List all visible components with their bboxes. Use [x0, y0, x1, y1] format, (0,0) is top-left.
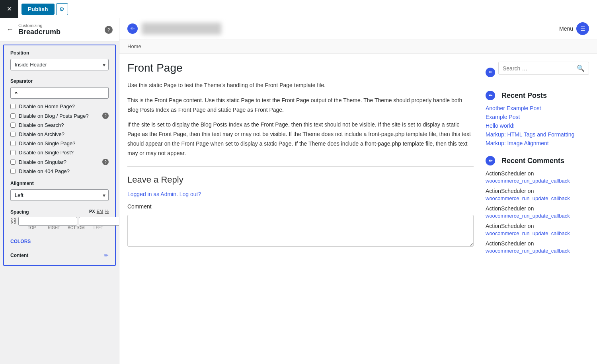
disable-search-label: Disable on Search?: [19, 122, 109, 128]
checkbox-row: Disable on Home Page?: [4, 102, 115, 111]
recent-comments-edit-icon[interactable]: ✏: [486, 156, 495, 165]
breadcrumb-home: Home: [127, 43, 141, 49]
disable-blog-label: Disable on Blog / Posts Page?: [19, 113, 99, 119]
checkbox-row: Disable on Single Page?: [4, 139, 115, 148]
disable-single-post-checkbox[interactable]: [10, 150, 16, 155]
leave-reply-section: Leave a Reply Logged in as Admin. Log ou…: [127, 175, 474, 248]
spacing-inputs: ⛓ 🖥: [10, 217, 109, 226]
position-label: Position: [10, 50, 109, 56]
menu-button[interactable]: Menu ☰: [559, 22, 589, 35]
disable-single-page-checkbox[interactable]: [10, 141, 16, 146]
spacing-section: Spacing PX EM % ⛓ 🖥 TOP: [4, 204, 115, 233]
post-link[interactable]: Markup: HTML Tags and Formatting: [486, 131, 574, 138]
gear-button[interactable]: ⚙: [56, 3, 68, 15]
comment-link: woocommerce_run_update_callback: [486, 177, 589, 184]
position-select[interactable]: Inside Header Before Content After Conte…: [10, 59, 109, 70]
comment-link: woocommerce_run_update_callback: [486, 212, 589, 219]
recent-posts-list: Another Example Post Example Post Hello …: [486, 105, 589, 146]
paragraph-1: Use this static Page to test the Theme's…: [127, 81, 474, 90]
comment-author: ActionScheduler on: [486, 205, 589, 212]
percent-unit[interactable]: %: [105, 209, 109, 214]
menu-label: Menu: [559, 25, 573, 32]
search-widget: ✏ 🔍: [486, 62, 589, 83]
spacing-link-icon[interactable]: ⛓: [10, 218, 17, 225]
position-section: Position Inside Header Before Content Af…: [4, 45, 115, 74]
leave-reply-heading: Leave a Reply: [127, 175, 474, 185]
preview-body: Front Page Use this static Page to test …: [119, 54, 597, 271]
disable-single-post-label: Disable on Single Post?: [19, 150, 109, 156]
recent-posts-edit-icon[interactable]: ✏: [486, 91, 495, 100]
px-unit[interactable]: PX: [89, 209, 95, 214]
help-icon[interactable]: ?: [102, 159, 109, 165]
comment-textarea[interactable]: [127, 215, 474, 247]
recent-comments-heading: ✏ Recent Comments: [486, 156, 589, 165]
content-edit-icon[interactable]: ✏: [104, 252, 109, 259]
comment-entry: ActionScheduler on woocommerce_run_updat…: [486, 188, 589, 201]
sidebar-subtitle: Customizing: [18, 23, 105, 28]
spacing-top-input[interactable]: [18, 217, 77, 226]
disable-404-label: Disable on 404 Page?: [19, 168, 109, 174]
comment-author: ActionScheduler on: [486, 188, 589, 194]
main-layout: ← Customizing Breadcrumb ? Position Insi…: [0, 18, 597, 364]
checkbox-row: Disable on 404 Page?: [4, 167, 115, 176]
comment-label: Comment: [127, 202, 474, 212]
separator-input[interactable]: [10, 87, 109, 99]
disable-single-page-label: Disable on Single Page?: [19, 140, 109, 146]
post-link[interactable]: Example Post: [486, 114, 520, 120]
comment-entry: ActionScheduler on woocommerce_run_updat…: [486, 223, 589, 236]
post-link[interactable]: Hello world!: [486, 123, 515, 129]
list-item: Example Post: [486, 114, 589, 120]
colors-label[interactable]: COLORS: [10, 239, 31, 244]
checkboxes-section: Disable on Home Page? Disable on Blog / …: [4, 102, 115, 176]
site-logo-edit-icon[interactable]: ✏: [127, 23, 138, 34]
logged-in-text: Logged in as Admin. Log out?: [127, 190, 474, 199]
search-button[interactable]: 🔍: [577, 64, 585, 72]
separator-label: Separator: [10, 78, 109, 84]
em-unit[interactable]: EM: [97, 209, 103, 214]
alignment-select-wrap: Left Center Right: [10, 189, 109, 201]
disable-home-checkbox[interactable]: [10, 104, 16, 109]
help-icon[interactable]: ?: [102, 113, 109, 119]
sidebar-header: ← Customizing Breadcrumb ?: [0, 18, 119, 41]
top-bar: ✕ Publish ⚙: [0, 0, 597, 18]
recent-posts-heading: ✏ Recent Posts: [486, 91, 589, 100]
content-section: Content ✏: [4, 247, 115, 262]
spacing-right-input[interactable]: [79, 217, 119, 226]
disable-404-checkbox[interactable]: [10, 169, 16, 174]
preview-sidebar: ✏ 🔍 ✏ Recent Posts Another Example Post …: [486, 62, 589, 263]
sidebar-help-icon[interactable]: ?: [105, 26, 113, 34]
bottom-label: BOTTOM: [66, 226, 87, 230]
disable-archive-checkbox[interactable]: [10, 132, 16, 137]
comment-entry: ActionScheduler on woocommerce_run_updat…: [486, 205, 589, 219]
recent-comments-widget: ✏ Recent Comments ActionScheduler on woo…: [486, 156, 589, 254]
content-label: Content: [10, 253, 28, 258]
back-button[interactable]: ←: [6, 25, 14, 34]
disable-home-label: Disable on Home Page?: [19, 103, 109, 109]
alignment-label: Alignment: [10, 181, 109, 186]
search-box: 🔍: [498, 62, 589, 75]
close-button[interactable]: ✕: [0, 0, 18, 18]
spacing-label: Spacing: [10, 209, 29, 215]
alignment-select[interactable]: Left Center Right: [10, 189, 109, 201]
top-label: TOP: [21, 226, 42, 230]
logout-link[interactable]: Log out?: [179, 191, 201, 197]
preview-area: ✏ Menu ☰ Home Front Page Use this static…: [119, 18, 597, 364]
checkbox-row: Disable on Blog / Posts Page? ?: [4, 111, 115, 121]
post-link[interactable]: Another Example Post: [486, 105, 541, 111]
comment-entry: ActionScheduler on woocommerce_run_updat…: [486, 240, 589, 254]
customizer-sidebar: ← Customizing Breadcrumb ? Position Insi…: [0, 18, 119, 364]
position-select-wrap: Inside Header Before Content After Conte…: [10, 59, 109, 70]
logged-in-link[interactable]: Logged in as Admin: [127, 191, 176, 197]
sidebar-title-wrap: Customizing Breadcrumb: [18, 23, 105, 36]
disable-search-checkbox[interactable]: [10, 123, 16, 128]
comment-entry: ActionScheduler on woocommerce_run_updat…: [486, 170, 589, 184]
comment-link: woocommerce_run_update_callback: [486, 247, 589, 254]
search-widget-edit-icon[interactable]: ✏: [486, 68, 495, 77]
search-input[interactable]: [503, 65, 577, 72]
publish-button[interactable]: Publish: [21, 4, 55, 15]
alignment-section: Alignment Left Center Right: [4, 176, 115, 204]
disable-singular-checkbox[interactable]: [10, 160, 16, 165]
post-link[interactable]: Markup: Image Alignment: [486, 140, 549, 146]
paragraph-3: If the site is set to display the Blog P…: [127, 120, 474, 158]
disable-blog-checkbox[interactable]: [10, 113, 16, 119]
